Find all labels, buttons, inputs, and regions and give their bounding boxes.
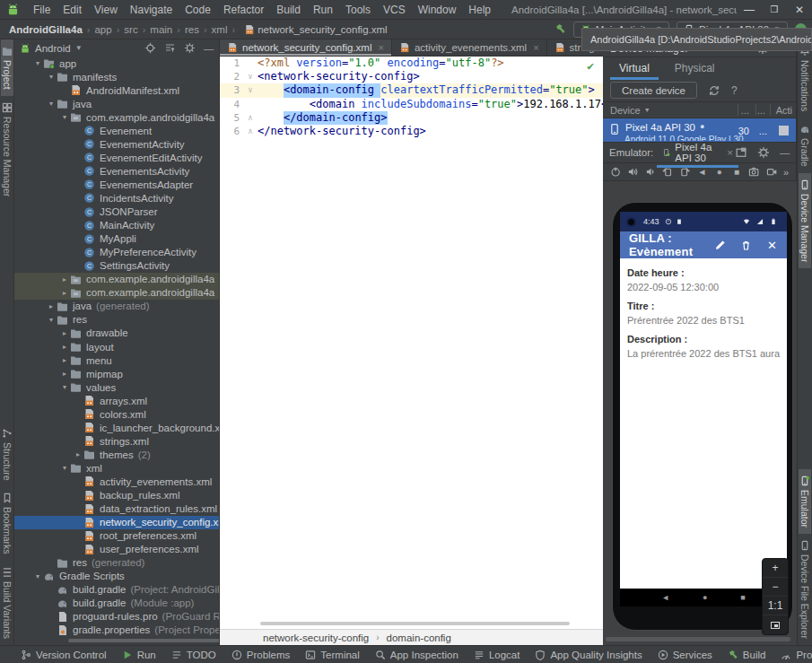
emulator-device-tab[interactable]: Pixel 4a API 30 × — [660, 139, 735, 166]
fold-down-icon[interactable]: ∨ — [243, 83, 258, 97]
tree-item-androidmanifest-xml[interactable]: AndroidManifest.xml — [14, 83, 220, 97]
chevron-down-icon[interactable]: ▾ — [46, 73, 57, 81]
tree-item-mypreferenceactivity[interactable]: CMyPreferenceActivity — [14, 246, 220, 259]
breadcrumb-src[interactable]: src — [124, 24, 137, 35]
tool-strip-item-project[interactable]: Project — [1, 39, 13, 96]
breadcrumb-xml[interactable]: xml — [212, 24, 228, 35]
chevron-right-icon[interactable]: ▸ — [59, 370, 70, 378]
menu-refactor[interactable]: Refactor — [217, 2, 270, 18]
code-line-5[interactable]: 5∧ </domain-config> — [220, 111, 603, 125]
tree-item-ic-launcher-background-xml[interactable]: ic_launcher_background.xml — [14, 421, 220, 434]
tool-strip-item-device-file-explorer[interactable]: Device File Explorer — [799, 534, 811, 645]
chevron-right-icon[interactable]: ▸ — [59, 343, 70, 351]
menu-help[interactable]: Help — [462, 2, 497, 18]
statusbar-build[interactable]: Build — [728, 650, 766, 660]
statusbar-app-inspection[interactable]: App Inspection — [375, 650, 458, 660]
zoom-reset-button[interactable]: 1:1 — [763, 597, 788, 615]
chevron-right-icon[interactable]: ▸ — [73, 450, 83, 458]
tree-item-proguard-rules-pro-proguard-rules-for-app[interactable]: proguard-rules.pro(ProGuard Rules for ":… — [14, 610, 220, 624]
tree-item-strings-xml[interactable]: strings.xml — [14, 434, 220, 448]
tree-item-mipmap[interactable]: ▸mipmap — [14, 367, 220, 380]
tree-item-mainactivity[interactable]: CMainActivity — [14, 219, 220, 232]
close-icon[interactable]: × — [378, 42, 383, 53]
project-view-select[interactable]: Android — [35, 43, 71, 54]
vol-down-icon[interactable] — [645, 166, 656, 178]
tree-item-res-generated[interactable]: res(generated) — [14, 556, 220, 570]
fold-up-icon[interactable]: ∧ — [243, 125, 258, 138]
statusbar-problems[interactable]: Problems — [231, 650, 291, 660]
power-icon[interactable] — [610, 166, 621, 178]
tree-item-myappli[interactable]: CMyAppli — [14, 232, 220, 246]
statusbar-logcat[interactable]: Logcat — [474, 650, 520, 660]
chevron-down-icon[interactable]: ▾ — [32, 572, 43, 580]
close-button[interactable]: ✕ — [787, 0, 812, 19]
refresh-icon[interactable] — [708, 84, 720, 97]
menu-window[interactable]: Window — [412, 2, 463, 18]
gear-icon[interactable] — [757, 146, 770, 159]
edit-pencil-icon[interactable] — [714, 240, 726, 251]
tree-item-build-gradle-module-app[interactable]: build.gradle(Module :app) — [14, 597, 220, 610]
code-line-4[interactable]: 4 <domain includeSubdomains="true">192.1… — [220, 98, 603, 111]
tree-item-com-example-androidgilla4a-test[interactable]: ▸com.example.androidgilla4a(test) — [14, 286, 220, 300]
video-icon[interactable] — [766, 166, 777, 178]
tree-item-manifests[interactable]: ▾manifests — [14, 70, 220, 83]
chevron-right-icon[interactable]: ▸ — [59, 356, 70, 364]
tree-item-gradle-scripts[interactable]: ▾Gradle Scripts — [14, 570, 220, 583]
tree-item-network-security-config-xml[interactable]: network_security_config.xml — [14, 516, 220, 529]
gear-icon[interactable] — [184, 42, 196, 54]
code-line-3[interactable]: 3∨ <domain-config cleartextTrafficPermit… — [220, 83, 603, 97]
tree-item-jsonparser[interactable]: CJSONParser — [14, 205, 220, 219]
tree-item-xml[interactable]: ▾xml — [14, 461, 220, 475]
statusbar-version-control[interactable]: Version Control — [21, 650, 107, 660]
collapse-all-icon[interactable] — [164, 42, 176, 54]
tree-item-app[interactable]: ▾app — [14, 57, 220, 70]
tree-item-evenementsadapter[interactable]: CEvenementsAdapter — [14, 178, 220, 191]
close-icon[interactable]: × — [533, 42, 538, 53]
tree-item-settingsactivity[interactable]: CSettingsActivity — [14, 259, 220, 273]
vol-up-icon[interactable] — [627, 166, 638, 178]
close-icon[interactable]: × — [727, 147, 733, 158]
code-line-1[interactable]: 1<?xml version="1.0" encoding="utf-8"?> — [220, 57, 603, 70]
tree-item-evenement[interactable]: CEvenement — [14, 124, 220, 137]
help-icon[interactable]: ? — [731, 84, 738, 97]
tree-item-build-gradle-project-androidgilla4a[interactable]: build.gradle(Project: AndroidGilla4a) — [14, 583, 220, 597]
breadcrumb-res[interactable]: res — [185, 24, 199, 35]
chevron-right-icon[interactable]: ▸ — [59, 289, 70, 297]
dm-tab-virtual[interactable]: Virtual — [608, 59, 660, 77]
tree-item-res[interactable]: ▾res — [14, 313, 220, 327]
code-area[interactable]: ✔ 1<?xml version="1.0" encoding="utf-8"?… — [220, 57, 603, 629]
phone-nav-back-icon[interactable]: ◄ — [661, 593, 669, 602]
menu-build[interactable]: Build — [270, 2, 307, 18]
chevron-right-icon[interactable]: ▸ — [59, 329, 70, 337]
tool-strip-item-structure[interactable]: Structure — [1, 422, 13, 487]
menu-file[interactable]: File — [27, 2, 57, 18]
phone-screen[interactable]: 4:43 GILLA : Evènement — [620, 212, 787, 606]
editor-tab-network-security-config-xml[interactable]: network_security_config.xml× — [220, 39, 392, 56]
minimize-button[interactable]: — — [737, 0, 762, 19]
statusbar-todo[interactable]: TODO — [171, 650, 216, 660]
tree-item-colors-xml[interactable]: colors.xml — [14, 407, 220, 421]
zoom-in-button[interactable]: + — [763, 559, 788, 578]
close-icon[interactable]: ✕ — [766, 240, 778, 251]
statusbar-profiler[interactable]: Profiler — [781, 650, 812, 660]
zoom-out-button[interactable]: − — [763, 578, 788, 597]
tree-item-gradle-properties-project-properties[interactable]: gradle.properties(Project Properties) — [14, 624, 220, 637]
hide-panel-icon[interactable]: — — [780, 147, 790, 158]
breadcrumb-file[interactable]: network_security_config.xml — [258, 24, 387, 35]
device-action-square[interactable] — [779, 126, 789, 135]
phone-nav-recents-icon[interactable]: ■ — [740, 593, 745, 602]
menu-vcs[interactable]: VCS — [377, 2, 412, 18]
breadcrumb-androidgilla4a[interactable]: AndroidGilla4a — [9, 24, 83, 35]
float-window-icon[interactable] — [735, 146, 747, 159]
tree-item-evenementsactivity[interactable]: CEvenementsActivity — [14, 164, 220, 178]
tree-item-backup-rules-xml[interactable]: backup_rules.xml — [14, 489, 220, 502]
tree-item-drawable[interactable]: ▸drawable — [14, 327, 220, 340]
delete-trash-icon[interactable] — [740, 240, 752, 251]
tree-item-values[interactable]: ▾values — [14, 380, 220, 394]
breadcrumb-app[interactable]: app — [94, 24, 111, 35]
statusbar-services[interactable]: Services — [658, 650, 712, 660]
statusbar-app-quality-insights[interactable]: App Quality Insights — [535, 650, 642, 660]
code-line-2[interactable]: 2∨<network-security-config> — [220, 70, 603, 83]
tree-item-evenementactivity[interactable]: CEvenementActivity — [14, 137, 220, 151]
emulator-hscrollbar[interactable] — [606, 637, 790, 641]
